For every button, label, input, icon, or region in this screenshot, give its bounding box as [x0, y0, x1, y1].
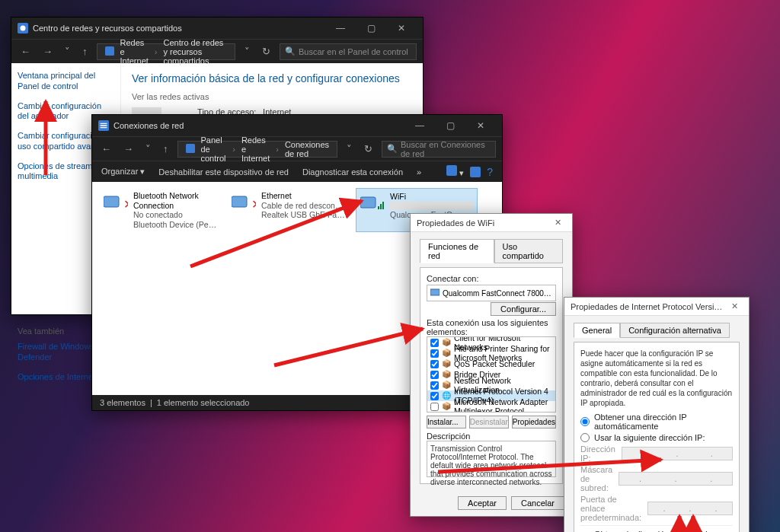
- component-icon: 📦: [442, 338, 451, 347]
- configure-button[interactable]: Configurar...: [491, 302, 556, 316]
- view-mode-button[interactable]: ▾: [446, 165, 464, 178]
- maximize-button[interactable]: ▢: [435, 120, 465, 131]
- up-one-level-button[interactable]: ↑: [79, 43, 91, 60]
- component-label: QoS Packet Scheduler: [454, 359, 535, 368]
- disable-device-button[interactable]: Deshabilitar este dispositivo de red: [158, 167, 289, 177]
- adapter-icon: [430, 288, 440, 298]
- adapter-name: WiFi: [390, 192, 474, 202]
- svg-rect-7: [232, 196, 247, 207]
- component-icon: 📦: [442, 359, 451, 368]
- preview-pane-button[interactable]: [470, 167, 481, 177]
- refresh-button[interactable]: ↻: [361, 140, 376, 158]
- tab-sharing[interactable]: Uso compartido: [494, 239, 563, 263]
- wifi-adapter-icon: [360, 192, 385, 215]
- components-listbox[interactable]: 📦Client for Microsoft Networks 📦File and…: [427, 336, 556, 413]
- adapter-name-text: Qualcomm FastConnect 7800 Wi-Fi 7 Dual B…: [443, 289, 552, 298]
- svg-rect-9: [360, 197, 376, 208]
- dialog-titlebar[interactable]: Propiedades de Internet Protocol Version…: [564, 298, 749, 316]
- close-button[interactable]: ✕: [386, 23, 417, 33]
- status-divider: |: [150, 398, 152, 407]
- checkbox[interactable]: [430, 371, 439, 379]
- checkbox[interactable]: [430, 381, 439, 390]
- back-button[interactable]: ←: [18, 43, 34, 60]
- close-button[interactable]: ✕: [550, 216, 566, 229]
- component-icon: 📦: [442, 349, 451, 358]
- close-button[interactable]: ✕: [465, 120, 496, 131]
- breadcrumb[interactable]: Redes e Internet › Centro de redes y rec…: [97, 43, 236, 60]
- checkbox[interactable]: [430, 403, 439, 411]
- dropdown-icon[interactable]: ˅: [241, 43, 253, 60]
- adapter-status: Cable de red desconectado: [261, 201, 347, 211]
- search-input[interactable]: 🔍 Buscar en Conexiones de red: [382, 141, 496, 158]
- radio-ip-manual[interactable]: [580, 433, 590, 442]
- dialog-title: Propiedades de Internet Protocol Version…: [571, 302, 727, 311]
- help-button[interactable]: ?: [487, 166, 493, 178]
- adapter-bluetooth[interactable]: ✕ Bluetooth Network Connection No conect…: [100, 188, 222, 232]
- cancel-button[interactable]: Cancelar: [511, 496, 564, 510]
- diagnose-button[interactable]: Diagnosticar esta conexión: [302, 167, 403, 177]
- properties-button[interactable]: Propiedades: [512, 416, 556, 428]
- app-icon: [18, 23, 28, 33]
- adapter-device: Realtek USB GbE Family Controller: [261, 210, 347, 220]
- radio-ip-auto[interactable]: [580, 417, 590, 426]
- up-button[interactable]: ˅: [62, 43, 73, 60]
- dialog-titlebar[interactable]: Propiedades de WiFi ✕: [411, 214, 572, 232]
- titlebar[interactable]: Centro de redes y recursos compartidos —…: [11, 18, 423, 39]
- ipv4-properties-dialog: Propiedades de Internet Protocol Version…: [564, 297, 750, 532]
- breadcrumb-item[interactable]: Conexiones de red: [282, 140, 332, 158]
- subnet-mask-field: ...: [619, 472, 733, 486]
- uses-elements-label: Esta conexión usa los siguientes element…: [427, 318, 548, 336]
- close-button[interactable]: ✕: [727, 300, 743, 313]
- list-item[interactable]: 📦Microsoft Network Adapter Multiplexor P…: [427, 401, 555, 412]
- intro-text: Puede hacer que la configuración IP se a…: [580, 349, 733, 408]
- sidebar-item-main[interactable]: Ventana principal del Panel de control: [18, 71, 114, 92]
- checkbox[interactable]: [430, 360, 439, 368]
- ok-button[interactable]: Aceptar: [458, 496, 507, 510]
- breadcrumb-item[interactable]: Panel de control: [198, 135, 230, 163]
- component-icon: 🌐: [442, 391, 451, 400]
- adapter-ethernet[interactable]: ✕ Ethernet Cable de red desconectado Rea…: [228, 188, 350, 232]
- minimize-button[interactable]: —: [404, 120, 435, 131]
- app-icon: [98, 120, 109, 131]
- uninstall-button[interactable]: Desinstalar: [469, 416, 509, 428]
- dropdown-icon[interactable]: ˅: [344, 140, 355, 158]
- checkbox[interactable]: [430, 392, 439, 400]
- adapter-field: Qualcomm FastConnect 7800 Wi-Fi 7 Dual B…: [427, 285, 556, 301]
- checkbox[interactable]: [430, 339, 439, 347]
- minimize-button[interactable]: —: [325, 23, 356, 33]
- breadcrumb-item[interactable]: Redes e Internet: [117, 38, 152, 65]
- svg-rect-10: [430, 289, 440, 295]
- breadcrumb-item[interactable]: Redes e Internet: [238, 135, 273, 163]
- back-button[interactable]: ←: [98, 140, 114, 158]
- install-button[interactable]: Instalar...: [427, 416, 466, 428]
- up-one-level-button[interactable]: ↑: [160, 140, 171, 158]
- adapter-device: Bluetooth Device (Personal Area …: [133, 220, 219, 230]
- ip-address-label: Dirección IP:: [580, 444, 615, 463]
- radio-ip-manual-label[interactable]: Usar la siguiente dirección IP:: [594, 433, 705, 442]
- maximize-button[interactable]: ▢: [356, 23, 386, 33]
- breadcrumb[interactable]: Panel de control › Redes e Internet › Co…: [177, 141, 338, 158]
- radio-ip-auto-label[interactable]: Obtener una dirección IP automáticamente: [594, 413, 733, 431]
- refresh-button[interactable]: ↻: [259, 43, 273, 60]
- list-item[interactable]: 📦File and Printer Sharing for Microsoft …: [427, 348, 555, 358]
- up-button[interactable]: ˅: [142, 140, 154, 158]
- breadcrumb-item[interactable]: Centro de redes y recursos compartidos: [160, 38, 230, 65]
- window-title: Conexiones de red: [113, 121, 184, 130]
- chevron-right-icon: ›: [229, 145, 238, 154]
- more-button[interactable]: »: [417, 167, 421, 177]
- description-text: Transmission Control Protocol/Internet P…: [427, 441, 556, 477]
- forward-button[interactable]: →: [120, 140, 136, 158]
- tab-alt-config[interactable]: Configuración alternativa: [620, 323, 730, 338]
- tab-general[interactable]: General: [574, 323, 620, 338]
- checkbox[interactable]: [430, 349, 439, 358]
- organize-button[interactable]: Organizar ▾: [101, 167, 145, 177]
- forward-button[interactable]: →: [40, 43, 56, 60]
- tab-network-functions[interactable]: Funciones de red: [420, 239, 494, 263]
- navbar: ← → ˅ ↑ Redes e Internet › Centro de red…: [11, 39, 423, 63]
- svg-text:✕: ✕: [251, 198, 256, 211]
- gateway-field: ...: [647, 502, 733, 515]
- navbar: ← → ˅ ↑ Panel de control › Redes e Inter…: [92, 136, 502, 161]
- titlebar[interactable]: Conexiones de red — ▢ ✕: [92, 115, 502, 136]
- svg-text:✕: ✕: [123, 198, 128, 211]
- search-input[interactable]: 🔍 Buscar en el Panel de control: [280, 43, 417, 60]
